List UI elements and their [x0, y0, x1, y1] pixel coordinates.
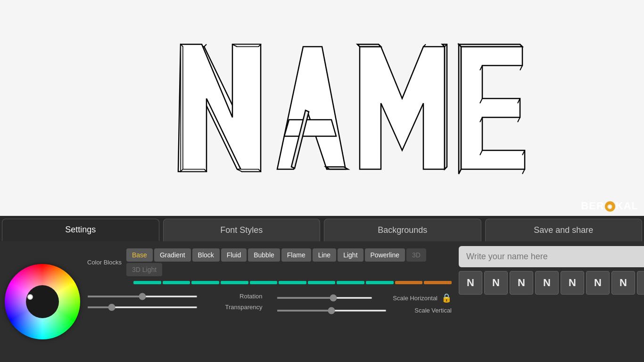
rotation-row: Rotation	[87, 293, 263, 300]
style-btn-flame[interactable]: Flame	[281, 248, 311, 262]
svg-line-30	[518, 117, 520, 122]
graffiti-display	[0, 0, 644, 216]
rotation-label: Rotation	[201, 293, 263, 300]
style-btn-base[interactable]: Base	[126, 248, 153, 262]
svg-marker-22	[461, 47, 525, 169]
svg-marker-23	[459, 44, 522, 47]
svg-marker-15	[357, 44, 381, 47]
style-btn-line[interactable]: Line	[313, 248, 336, 262]
color-bar-2	[163, 281, 190, 284]
canvas-area: BER◉KAL	[0, 0, 644, 216]
tab-bar: Settings Font Styles Backgrounds Save an…	[0, 216, 644, 241]
panel-content: Color Blocks Base Gradient Block Fluid B…	[0, 241, 644, 362]
left-sliders: Rotation Transparency	[87, 293, 263, 314]
style-btn-fluid[interactable]: Fluid	[221, 248, 247, 262]
color-bar-4	[221, 281, 248, 284]
sliders-section: Rotation Transparency Scale Horizontal 🔒	[87, 293, 452, 314]
style-btn-block[interactable]: Block	[192, 248, 220, 262]
scale-v-row: Scale Vertical	[277, 307, 452, 314]
logo-icon: ◉	[605, 201, 615, 212]
transparency-row: Transparency	[87, 304, 263, 311]
scale-vertical-slider[interactable]	[277, 310, 387, 312]
color-bar-5	[250, 281, 278, 284]
logo-watermark: BER◉KAL	[581, 200, 638, 212]
letter-preview-2[interactable]: N	[484, 271, 508, 295]
svg-marker-13	[326, 167, 348, 169]
color-blocks-row: Color Blocks Base Gradient Block Fluid B…	[87, 248, 452, 276]
color-bar-8	[337, 281, 364, 284]
svg-marker-1	[178, 44, 261, 172]
color-bar-7	[308, 281, 336, 284]
color-blocks-label: Color Blocks	[87, 259, 122, 266]
color-bar-9	[366, 281, 394, 284]
scale-horizontal-slider[interactable]	[277, 297, 373, 299]
color-wheel-selector[interactable]	[27, 294, 33, 300]
svg-marker-37	[181, 44, 183, 172]
svg-marker-39	[237, 169, 261, 172]
color-bar-3	[191, 281, 219, 284]
svg-marker-24	[459, 44, 461, 174]
svg-line-35	[520, 66, 522, 70]
right-section: N N N N N N N N	[459, 246, 644, 357]
letter-preview-1[interactable]: N	[459, 271, 482, 295]
style-btn-3d[interactable]: 3D	[406, 248, 426, 262]
letter-preview-3[interactable]: N	[510, 271, 533, 295]
color-bar-6	[279, 281, 306, 284]
color-wheel-section	[5, 246, 80, 357]
color-wheel[interactable]	[5, 264, 80, 339]
style-bars-row	[133, 281, 452, 284]
right-sliders: Scale Horizontal 🔒 Scale Vertical	[277, 293, 452, 314]
letter-preview-5[interactable]: N	[561, 271, 584, 295]
letter-previews: N N N N N N N N	[459, 271, 644, 295]
letter-preview-7[interactable]: N	[611, 271, 635, 295]
tab-save-share[interactable]: Save and share	[485, 219, 643, 241]
lock-icon[interactable]: 🔒	[441, 293, 452, 303]
letter-preview-8[interactable]: N	[637, 271, 644, 295]
style-btn-bubble[interactable]: Bubble	[248, 248, 280, 262]
svg-marker-40	[232, 44, 261, 47]
tab-settings[interactable]: Settings	[2, 219, 159, 241]
svg-line-6	[204, 44, 206, 47]
scale-vertical-label: Scale Vertical	[390, 307, 452, 314]
bottom-panel: Settings Font Styles Backgrounds Save an…	[0, 216, 644, 362]
style-buttons-container: Base Gradient Block Fluid Bubble Flame L…	[126, 248, 452, 276]
style-btn-3d-light[interactable]: 3D Light	[126, 263, 162, 276]
transparency-slider[interactable]	[87, 306, 198, 308]
letter-preview-6[interactable]: N	[586, 271, 610, 295]
controls-section: Color Blocks Base Gradient Block Fluid B…	[85, 246, 454, 357]
color-bar-1	[133, 281, 161, 284]
style-btn-powerline[interactable]: Powerline	[365, 248, 405, 262]
scale-horizontal-label: Scale Horizontal	[376, 295, 438, 302]
tab-font-styles[interactable]: Font Styles	[163, 219, 321, 241]
svg-line-27	[522, 169, 525, 174]
tab-backgrounds[interactable]: Backgrounds	[324, 219, 481, 241]
style-btn-gradient[interactable]: Gradient	[154, 248, 191, 262]
color-bar-10	[395, 281, 423, 284]
rotation-slider[interactable]	[87, 296, 198, 297]
transparency-label: Transparency	[201, 304, 263, 311]
name-input[interactable]	[459, 246, 644, 267]
color-bar-11	[424, 281, 452, 284]
scale-h-row: Scale Horizontal 🔒	[277, 293, 452, 303]
svg-marker-38	[181, 169, 206, 172]
color-wheel-center	[26, 285, 59, 318]
svg-marker-14	[360, 47, 445, 169]
svg-marker-10	[277, 47, 346, 169]
letter-preview-4[interactable]: N	[535, 271, 559, 295]
svg-marker-11	[284, 120, 336, 136]
style-btn-light[interactable]: Light	[338, 248, 363, 262]
